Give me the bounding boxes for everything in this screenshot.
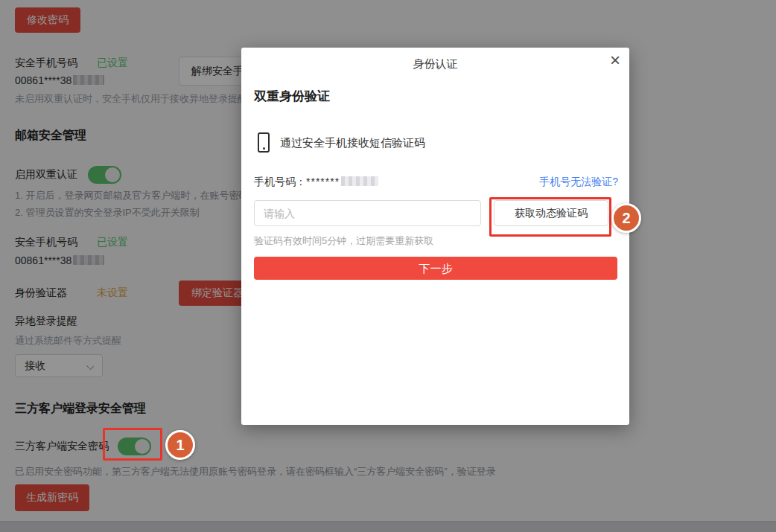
phone-home-dot (263, 147, 265, 150)
annotation-circle-step1: 1 (165, 430, 195, 460)
annotation-rect-step2 (489, 197, 611, 237)
dialog-title: 身份认证 (241, 57, 629, 71)
blurred-phone-digits-modal (341, 176, 378, 186)
close-icon[interactable]: × (610, 51, 620, 70)
cannot-verify-link[interactable]: 手机号无法验证? (539, 176, 618, 189)
verification-code-input[interactable] (254, 200, 481, 226)
phone-masked-stars: ******* (306, 176, 340, 188)
next-step-button[interactable]: 下一步 (254, 257, 617, 280)
code-validity-note: 验证码有效时间5分钟，过期需要重新获取 (254, 234, 433, 248)
annotation-rect-step1 (103, 428, 162, 461)
phone-number-row: 手机号码：******* (254, 176, 378, 189)
phone-number-label: 手机号码： (254, 176, 306, 188)
two-factor-verification-heading: 双重身份验证 (254, 88, 330, 105)
sms-method-text: 通过安全手机接收短信验证码 (280, 136, 425, 150)
annotation-circle-step2: 2 (611, 203, 641, 233)
mobile-phone-icon (258, 132, 270, 153)
